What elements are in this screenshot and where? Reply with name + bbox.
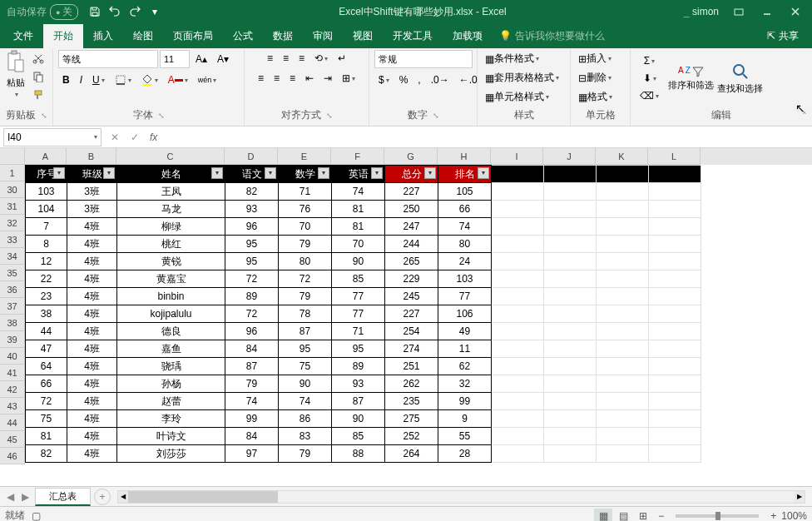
cell[interactable]: 95 bbox=[225, 236, 279, 253]
cell[interactable] bbox=[649, 323, 701, 340]
align-top-icon[interactable]: ≡ bbox=[263, 50, 277, 67]
cell[interactable]: 55 bbox=[438, 428, 492, 445]
cell[interactable]: 99 bbox=[225, 410, 279, 428]
cell[interactable]: 104 bbox=[26, 201, 67, 218]
cell[interactable]: 王凤 bbox=[117, 183, 225, 201]
row-header[interactable]: 42 bbox=[0, 381, 24, 398]
cell[interactable]: 74 bbox=[225, 393, 279, 410]
cell[interactable]: 252 bbox=[385, 428, 438, 445]
cell[interactable]: 235 bbox=[385, 393, 438, 410]
decrease-font-icon[interactable]: A▾ bbox=[213, 51, 233, 67]
cell[interactable] bbox=[492, 236, 544, 253]
cell[interactable] bbox=[597, 340, 649, 358]
cell[interactable] bbox=[492, 183, 544, 201]
cell[interactable]: 227 bbox=[385, 305, 438, 323]
percent-format-icon[interactable]: % bbox=[395, 72, 413, 88]
scroll-left-icon[interactable]: ◀ bbox=[118, 491, 128, 503]
cell[interactable] bbox=[597, 253, 649, 270]
cell[interactable]: 47 bbox=[26, 340, 67, 358]
cell[interactable]: 71 bbox=[279, 183, 332, 201]
cell[interactable]: 77 bbox=[332, 305, 385, 323]
filter-icon[interactable]: ▾ bbox=[53, 167, 65, 179]
cell[interactable]: 244 bbox=[385, 236, 438, 253]
column-header[interactable]: G bbox=[384, 148, 438, 165]
cell[interactable] bbox=[649, 218, 701, 236]
cell[interactable]: 4班 bbox=[67, 445, 117, 463]
row-header[interactable]: 41 bbox=[0, 365, 24, 381]
spreadsheet-grid[interactable]: 13031323334353637383940414243444546 ABCD… bbox=[0, 148, 812, 486]
table-header-cell[interactable]: 班级▾ bbox=[67, 166, 117, 183]
cell[interactable]: 4班 bbox=[67, 410, 117, 428]
cell[interactable]: 桃红 bbox=[117, 236, 225, 253]
row-header[interactable]: 37 bbox=[0, 298, 24, 315]
cell[interactable]: 24 bbox=[438, 253, 492, 270]
cell[interactable] bbox=[544, 340, 597, 358]
cell[interactable]: 95 bbox=[332, 340, 385, 358]
cell[interactable] bbox=[597, 270, 649, 288]
row-header[interactable]: 43 bbox=[0, 398, 24, 414]
cell[interactable]: 62 bbox=[438, 358, 492, 375]
cell[interactable]: 刘莎莎 bbox=[117, 445, 225, 463]
cell[interactable]: 12 bbox=[26, 253, 67, 270]
cell[interactable]: 4班 bbox=[67, 253, 117, 270]
cell[interactable] bbox=[649, 236, 701, 253]
cell[interactable] bbox=[492, 410, 544, 428]
delete-cells-button[interactable]: ⊟ 删除▾ bbox=[576, 69, 614, 87]
cell[interactable]: 75 bbox=[26, 410, 67, 428]
cell[interactable] bbox=[597, 305, 649, 323]
cell[interactable]: 90 bbox=[332, 410, 385, 428]
cell[interactable] bbox=[544, 428, 597, 445]
row-header[interactable]: 40 bbox=[0, 348, 24, 365]
cell[interactable] bbox=[544, 236, 597, 253]
cell[interactable]: 106 bbox=[438, 305, 492, 323]
cell[interactable]: 93 bbox=[225, 201, 279, 218]
column-header[interactable]: A bbox=[25, 148, 67, 165]
alignment-launcher[interactable]: ⤡ bbox=[326, 112, 333, 120]
cell[interactable] bbox=[544, 358, 597, 375]
cell[interactable]: 柳绿 bbox=[117, 218, 225, 236]
cell[interactable]: 72 bbox=[225, 305, 279, 323]
cell[interactable]: 8 bbox=[26, 236, 67, 253]
cell[interactable]: 嘉鱼 bbox=[117, 340, 225, 358]
view-page-layout-icon[interactable]: ▤ bbox=[614, 509, 632, 522]
cell[interactable]: 64 bbox=[26, 358, 67, 375]
zoom-in-icon[interactable]: + bbox=[770, 510, 776, 522]
cell[interactable]: 72 bbox=[225, 270, 279, 288]
cell[interactable]: 4班 bbox=[67, 375, 117, 393]
cell[interactable] bbox=[544, 218, 597, 236]
cell[interactable]: 4班 bbox=[67, 305, 117, 323]
cell[interactable]: 32 bbox=[438, 375, 492, 393]
row-header[interactable]: 45 bbox=[0, 431, 24, 448]
cell[interactable]: 86 bbox=[279, 410, 332, 428]
cell[interactable]: 87 bbox=[279, 323, 332, 340]
cell[interactable] bbox=[649, 428, 701, 445]
cell[interactable] bbox=[492, 375, 544, 393]
align-left-icon[interactable]: ≡ bbox=[254, 70, 268, 87]
border-button[interactable]: ▾ bbox=[111, 72, 136, 88]
row-header[interactable]: 34 bbox=[0, 248, 24, 265]
cell[interactable] bbox=[649, 253, 701, 270]
cell[interactable] bbox=[492, 288, 544, 305]
cell[interactable]: binbin bbox=[117, 288, 225, 305]
cell[interactable] bbox=[597, 358, 649, 375]
cell[interactable]: kojipalulu bbox=[117, 305, 225, 323]
cell[interactable] bbox=[597, 183, 649, 201]
cell[interactable]: 275 bbox=[385, 410, 438, 428]
tab-data[interactable]: 数据 bbox=[263, 24, 303, 48]
cell[interactable] bbox=[597, 236, 649, 253]
table-header-cell[interactable]: 总分▾ bbox=[385, 166, 438, 183]
column-header[interactable]: L bbox=[648, 148, 701, 165]
tab-formulas[interactable]: 公式 bbox=[223, 24, 263, 48]
font-color-button[interactable]: A▾ bbox=[164, 72, 192, 88]
cell[interactable]: 赵蕾 bbox=[117, 393, 225, 410]
font-name-select[interactable] bbox=[58, 50, 158, 68]
table-header-cell[interactable]: 姓名▾ bbox=[117, 166, 225, 183]
view-page-break-icon[interactable]: ⊞ bbox=[634, 509, 652, 522]
cell[interactable]: 叶诗文 bbox=[117, 428, 225, 445]
cell[interactable]: 28 bbox=[438, 445, 492, 463]
cell[interactable] bbox=[597, 288, 649, 305]
cell[interactable]: 79 bbox=[225, 375, 279, 393]
row-header[interactable]: 44 bbox=[0, 414, 24, 431]
cell[interactable] bbox=[649, 375, 701, 393]
increase-indent-icon[interactable]: ⇥ bbox=[319, 70, 336, 87]
